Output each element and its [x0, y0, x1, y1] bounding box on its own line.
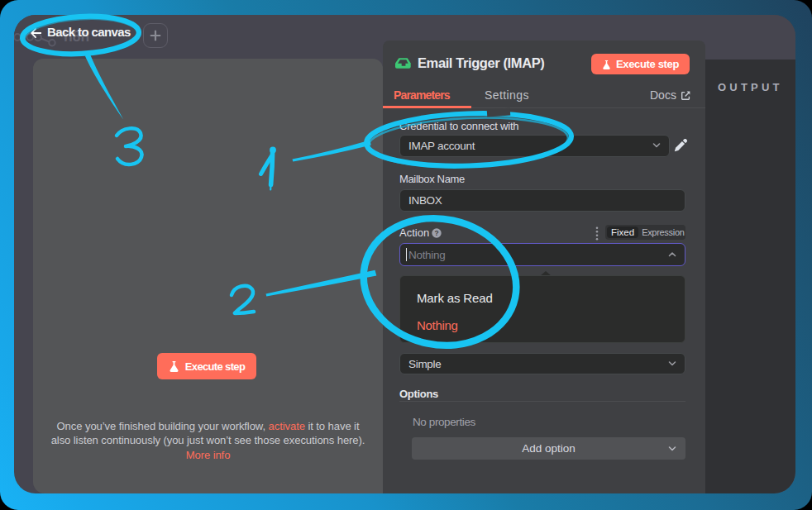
svg-text:?: ?: [434, 229, 438, 237]
